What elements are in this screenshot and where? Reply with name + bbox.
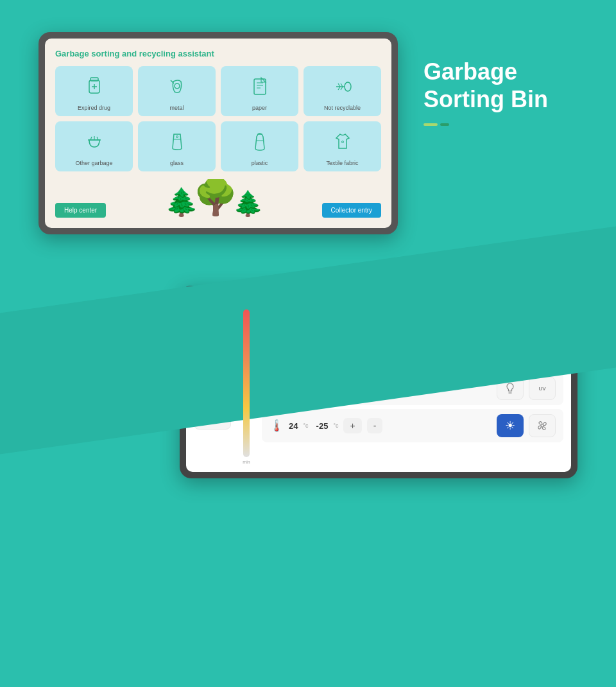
- row2-controls: ☀: [497, 414, 556, 437]
- glass-icon: [163, 128, 191, 156]
- thermo-bar-visual: [243, 309, 250, 457]
- tree-right-icon: 🌲: [233, 189, 263, 218]
- collector-entry-button[interactable]: Collector entry: [322, 203, 381, 218]
- cold-temp-value: -25: [316, 421, 329, 431]
- svg-point-10: [345, 82, 351, 91]
- cold-temp-unit: °c: [333, 422, 338, 429]
- sun-button-active[interactable]: ☀: [497, 414, 524, 437]
- underline-left: [424, 123, 438, 126]
- temp2-unit: °c: [303, 422, 308, 429]
- bowl-icon: [80, 128, 108, 156]
- thermo-min-label: min: [243, 460, 250, 464]
- metal-icon: [163, 73, 191, 101]
- app-title: Garbage sorting and recycling assistant: [55, 49, 381, 58]
- fishbone-icon: [329, 73, 357, 101]
- not-recyclable-label: Not recyclable: [324, 105, 361, 111]
- title-underline-decoration: [424, 123, 578, 126]
- garbage-item-other[interactable]: Other garbage: [55, 121, 133, 171]
- svg-rect-1: [90, 78, 98, 81]
- row2-minus-button[interactable]: -: [367, 418, 383, 433]
- garbage-title-text: Garbage Sorting Bin: [424, 58, 578, 113]
- garbage-item-metal[interactable]: metal: [138, 66, 216, 116]
- fan-icon: [536, 419, 549, 432]
- garbage-sorting-title: Garbage Sorting Bin: [424, 32, 578, 126]
- thermometer-icon-2: 🌡️: [270, 419, 284, 433]
- uv-button[interactable]: UV: [529, 377, 556, 400]
- fan-button[interactable]: [529, 414, 556, 437]
- garbage-sorting-tablet: Garbage sorting and recycling assistant: [38, 32, 398, 234]
- paper-label: paper: [252, 105, 267, 111]
- svg-point-23: [341, 141, 343, 143]
- page-content: Garbage sorting and recycling assistant: [0, 0, 616, 687]
- garbage-item-expired-drug[interactable]: Expired drug: [55, 66, 133, 116]
- tablet-footer: Help center 🌲 🌳 🌲 Collector entry: [55, 179, 381, 218]
- temp2-value: 24: [289, 421, 298, 431]
- help-center-button[interactable]: Help center: [55, 203, 106, 218]
- other-garbage-label: Other garbage: [75, 160, 112, 166]
- tree-center-icon: 🌳: [193, 179, 238, 218]
- garbage-item-not-recyclable[interactable]: Not recyclable: [304, 66, 381, 116]
- med-temp-row-2: 🌡️ 24 °c -25 °c + - ☀: [262, 409, 563, 442]
- garbage-item-paper[interactable]: paper: [221, 66, 298, 116]
- garbage-item-plastic[interactable]: plastic: [221, 121, 298, 171]
- svg-point-21: [176, 136, 178, 138]
- garbage-item-textile[interactable]: Textile fabric: [304, 121, 381, 171]
- metal-label: metal: [169, 105, 184, 111]
- svg-rect-6: [254, 79, 266, 94]
- garbage-item-glass[interactable]: glass: [138, 121, 216, 171]
- plastic-icon: [246, 128, 274, 156]
- expired-drug-label: Expired drug: [78, 105, 110, 111]
- textile-label: Textile fabric: [326, 160, 358, 166]
- garbage-grid: Expired drug metal: [55, 66, 381, 171]
- paper-icon: [246, 73, 274, 101]
- tablet-screen: Garbage sorting and recycling assistant: [45, 39, 391, 228]
- nature-decoration: 🌲 🌳 🌲: [165, 179, 263, 218]
- svg-point-4: [175, 83, 180, 89]
- underline-right: [440, 123, 449, 126]
- row2-plus-button[interactable]: +: [343, 418, 361, 433]
- medicine-icon: [80, 73, 108, 101]
- glass-label: glass: [170, 160, 184, 166]
- bulb-icon: [505, 382, 515, 395]
- plastic-label: plastic: [252, 160, 268, 166]
- top-section: Garbage sorting and recycling assistant: [0, 0, 616, 234]
- shirt-icon: [329, 128, 357, 156]
- svg-point-36: [541, 424, 543, 427]
